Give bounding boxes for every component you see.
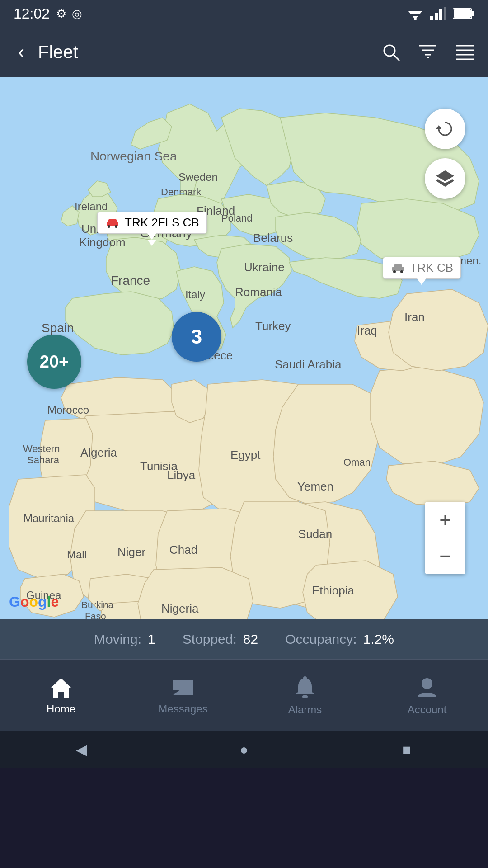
cluster-20plus[interactable]: 20+ bbox=[27, 335, 81, 389]
svg-point-80 bbox=[303, 676, 307, 680]
marker-trk2flscb-label: TRK 2FLS CB bbox=[97, 212, 207, 234]
svg-text:Burkina: Burkina bbox=[81, 599, 114, 610]
android-nav: ◀ ● ■ bbox=[0, 731, 488, 768]
nav-alarms[interactable]: Alarms bbox=[244, 671, 366, 721]
svg-text:Spain: Spain bbox=[42, 321, 74, 335]
car-icon-gray bbox=[390, 263, 406, 273]
svg-text:Yemen: Yemen bbox=[297, 480, 333, 493]
svg-text:Norwegian Sea: Norwegian Sea bbox=[90, 149, 177, 163]
stopped-value: 82 bbox=[243, 632, 258, 647]
page-title: Fleet bbox=[38, 42, 381, 62]
wifi-icon bbox=[407, 7, 424, 20]
svg-text:Morocco: Morocco bbox=[47, 404, 89, 416]
settings-icon: ⚙ bbox=[56, 7, 66, 21]
svg-rect-10 bbox=[454, 9, 471, 18]
zoom-in-button[interactable]: + bbox=[425, 502, 465, 538]
google-logo: Google bbox=[9, 594, 59, 610]
occupancy-label: Occupancy: bbox=[285, 632, 357, 647]
svg-text:Mauritania: Mauritania bbox=[23, 512, 75, 524]
svg-text:Sahara: Sahara bbox=[27, 454, 60, 466]
search-icon[interactable] bbox=[381, 42, 400, 61]
map-container[interactable]: Norwegian Sea Norway Finland Sweden Denm… bbox=[0, 77, 488, 619]
layers-button[interactable] bbox=[425, 158, 465, 199]
svg-text:Turkey: Turkey bbox=[255, 319, 291, 333]
svg-point-11 bbox=[384, 45, 395, 56]
alarms-icon bbox=[293, 675, 317, 700]
zoom-out-button[interactable]: − bbox=[425, 538, 465, 574]
nav-home[interactable]: Home bbox=[0, 672, 122, 720]
svg-point-81 bbox=[422, 678, 432, 689]
svg-point-75 bbox=[400, 270, 403, 273]
svg-rect-77 bbox=[173, 680, 193, 695]
nav-home-label: Home bbox=[47, 703, 75, 715]
android-back-button[interactable]: ◀ bbox=[70, 738, 93, 761]
svg-marker-65 bbox=[436, 125, 441, 129]
svg-text:Romania: Romania bbox=[235, 285, 282, 299]
svg-rect-6 bbox=[439, 9, 442, 20]
svg-text:Ireland: Ireland bbox=[75, 200, 108, 212]
svg-text:Niger: Niger bbox=[117, 545, 145, 559]
moving-stat: Moving: 1 bbox=[94, 632, 155, 647]
nav-messages[interactable]: Messages bbox=[122, 672, 244, 720]
status-time: 12:02 bbox=[14, 5, 50, 22]
occupancy-value: 1.2% bbox=[363, 632, 394, 647]
moving-label: Moving: bbox=[94, 632, 141, 647]
svg-rect-4 bbox=[430, 16, 433, 20]
svg-text:Libya: Libya bbox=[167, 468, 196, 482]
refresh-button[interactable] bbox=[425, 108, 465, 149]
svg-text:Poland: Poland bbox=[221, 212, 253, 224]
svg-text:Chad: Chad bbox=[169, 543, 197, 557]
svg-text:Belarus: Belarus bbox=[253, 231, 293, 245]
svg-text:Western: Western bbox=[23, 443, 60, 454]
nav-account-label: Account bbox=[408, 703, 447, 716]
svg-text:Denmark: Denmark bbox=[161, 186, 202, 198]
svg-text:Egypt: Egypt bbox=[230, 448, 261, 462]
svg-text:Ethiopia: Ethiopia bbox=[312, 584, 354, 597]
svg-text:Nigeria: Nigeria bbox=[161, 602, 199, 615]
svg-rect-5 bbox=[435, 13, 438, 20]
home-icon bbox=[49, 676, 73, 699]
svg-text:Ukraine: Ukraine bbox=[244, 260, 285, 274]
svg-rect-69 bbox=[108, 219, 117, 223]
svg-text:Italy: Italy bbox=[185, 288, 205, 301]
svg-point-3 bbox=[414, 18, 417, 20]
app-bar-actions bbox=[381, 42, 474, 61]
filter-icon[interactable] bbox=[418, 44, 437, 60]
marker-trkcb[interactable]: TRK CB bbox=[383, 257, 461, 285]
svg-text:Oman: Oman bbox=[343, 457, 371, 468]
app-bar: ‹ Fleet bbox=[0, 27, 488, 77]
back-button[interactable]: ‹ bbox=[14, 37, 29, 67]
svg-text:Sudan: Sudan bbox=[298, 527, 332, 541]
occupancy-stat: Occupancy: 1.2% bbox=[285, 632, 394, 647]
layers-icon bbox=[435, 170, 455, 188]
android-home-button[interactable]: ● bbox=[233, 738, 255, 761]
stats-bar: Moving: 1 Stopped: 82 Occupancy: 1.2% bbox=[0, 619, 488, 659]
svg-text:Algeria: Algeria bbox=[80, 446, 117, 459]
svg-rect-9 bbox=[472, 11, 474, 16]
status-icons: ⚙ ◎ bbox=[56, 7, 82, 21]
svg-marker-76 bbox=[51, 678, 71, 698]
svg-text:Iran: Iran bbox=[404, 310, 425, 324]
svg-text:Mali: Mali bbox=[67, 548, 87, 561]
menu-icon[interactable] bbox=[455, 44, 474, 60]
svg-point-70 bbox=[108, 225, 110, 228]
status-left: 12:02 ⚙ ◎ bbox=[14, 5, 82, 22]
marker-trkcb-label: TRK CB bbox=[383, 257, 461, 279]
cluster-3[interactable]: 3 bbox=[172, 312, 221, 362]
android-recent-button[interactable]: ■ bbox=[395, 738, 418, 761]
svg-rect-79 bbox=[302, 695, 308, 698]
svg-rect-73 bbox=[394, 264, 402, 268]
svg-text:Faso: Faso bbox=[85, 611, 106, 619]
stopped-stat: Stopped: 82 bbox=[183, 632, 258, 647]
status-right bbox=[407, 7, 474, 20]
marker-trk2flscb[interactable]: TRK 2FLS CB bbox=[97, 212, 207, 240]
nav-alarms-label: Alarms bbox=[288, 703, 322, 716]
svg-rect-7 bbox=[444, 7, 446, 20]
battery-icon bbox=[453, 8, 474, 19]
svg-text:Sweden: Sweden bbox=[178, 171, 218, 183]
nav-account[interactable]: Account bbox=[366, 671, 488, 721]
svg-line-12 bbox=[394, 55, 399, 61]
account-icon bbox=[415, 675, 439, 700]
svg-text:France: France bbox=[111, 274, 150, 288]
moving-value: 1 bbox=[148, 632, 155, 647]
